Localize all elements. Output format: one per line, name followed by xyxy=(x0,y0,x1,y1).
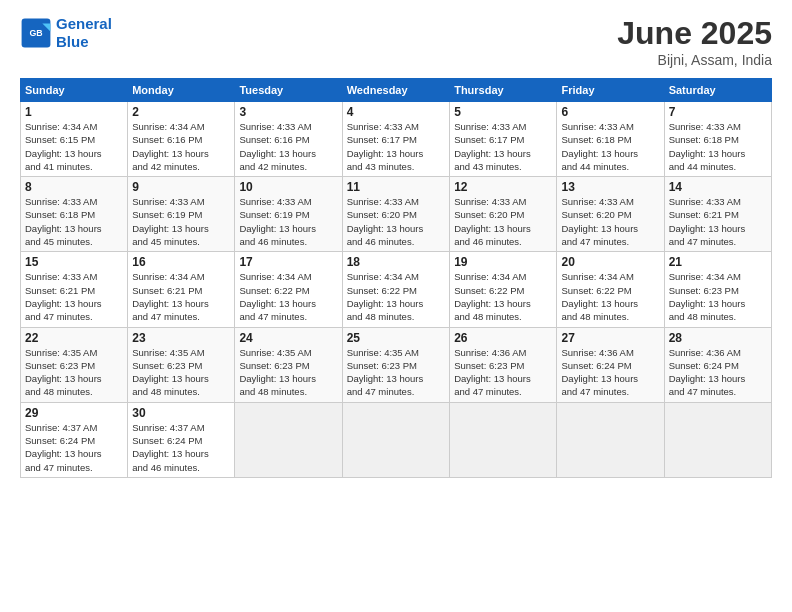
week-row-4: 22 Sunrise: 4:35 AM Sunset: 6:23 PM Dayl… xyxy=(21,327,772,402)
day-info: Sunrise: 4:35 AM Sunset: 6:23 PM Dayligh… xyxy=(25,346,123,399)
calendar-cell: 30 Sunrise: 4:37 AM Sunset: 6:24 PM Dayl… xyxy=(128,402,235,477)
header-wednesday: Wednesday xyxy=(342,79,449,102)
day-info: Sunrise: 4:33 AM Sunset: 6:19 PM Dayligh… xyxy=(132,195,230,248)
calendar-cell: 4 Sunrise: 4:33 AM Sunset: 6:17 PM Dayli… xyxy=(342,102,449,177)
day-info: Sunrise: 4:33 AM Sunset: 6:18 PM Dayligh… xyxy=(25,195,123,248)
day-number: 27 xyxy=(561,331,659,345)
day-info: Sunrise: 4:33 AM Sunset: 6:20 PM Dayligh… xyxy=(454,195,552,248)
calendar-cell xyxy=(664,402,771,477)
day-number: 16 xyxy=(132,255,230,269)
calendar-cell: 10 Sunrise: 4:33 AM Sunset: 6:19 PM Dayl… xyxy=(235,177,342,252)
calendar-cell: 8 Sunrise: 4:33 AM Sunset: 6:18 PM Dayli… xyxy=(21,177,128,252)
calendar-cell xyxy=(450,402,557,477)
day-info: Sunrise: 4:33 AM Sunset: 6:20 PM Dayligh… xyxy=(347,195,445,248)
day-info: Sunrise: 4:34 AM Sunset: 6:22 PM Dayligh… xyxy=(239,270,337,323)
calendar-cell: 29 Sunrise: 4:37 AM Sunset: 6:24 PM Dayl… xyxy=(21,402,128,477)
header-saturday: Saturday xyxy=(664,79,771,102)
month-year: June 2025 xyxy=(617,15,772,52)
calendar-cell: 23 Sunrise: 4:35 AM Sunset: 6:23 PM Dayl… xyxy=(128,327,235,402)
calendar-cell: 18 Sunrise: 4:34 AM Sunset: 6:22 PM Dayl… xyxy=(342,252,449,327)
calendar-cell: 28 Sunrise: 4:36 AM Sunset: 6:24 PM Dayl… xyxy=(664,327,771,402)
day-number: 1 xyxy=(25,105,123,119)
day-info: Sunrise: 4:34 AM Sunset: 6:22 PM Dayligh… xyxy=(347,270,445,323)
week-row-1: 1 Sunrise: 4:34 AM Sunset: 6:15 PM Dayli… xyxy=(21,102,772,177)
calendar-table: Sunday Monday Tuesday Wednesday Thursday… xyxy=(20,78,772,478)
day-number: 26 xyxy=(454,331,552,345)
calendar-cell: 26 Sunrise: 4:36 AM Sunset: 6:23 PM Dayl… xyxy=(450,327,557,402)
day-number: 2 xyxy=(132,105,230,119)
day-info: Sunrise: 4:34 AM Sunset: 6:16 PM Dayligh… xyxy=(132,120,230,173)
day-info: Sunrise: 4:33 AM Sunset: 6:21 PM Dayligh… xyxy=(669,195,767,248)
page: GB General Blue June 2025 Bijni, Assam, … xyxy=(0,0,792,612)
location: Bijni, Assam, India xyxy=(617,52,772,68)
day-number: 14 xyxy=(669,180,767,194)
logo-line2: Blue xyxy=(56,33,89,50)
day-number: 20 xyxy=(561,255,659,269)
day-info: Sunrise: 4:33 AM Sunset: 6:20 PM Dayligh… xyxy=(561,195,659,248)
day-info: Sunrise: 4:36 AM Sunset: 6:23 PM Dayligh… xyxy=(454,346,552,399)
day-info: Sunrise: 4:36 AM Sunset: 6:24 PM Dayligh… xyxy=(669,346,767,399)
day-info: Sunrise: 4:34 AM Sunset: 6:22 PM Dayligh… xyxy=(454,270,552,323)
day-number: 11 xyxy=(347,180,445,194)
calendar-cell: 7 Sunrise: 4:33 AM Sunset: 6:18 PM Dayli… xyxy=(664,102,771,177)
day-number: 7 xyxy=(669,105,767,119)
header: GB General Blue June 2025 Bijni, Assam, … xyxy=(20,15,772,68)
calendar-cell xyxy=(342,402,449,477)
logo: GB General Blue xyxy=(20,15,112,51)
day-number: 3 xyxy=(239,105,337,119)
day-number: 18 xyxy=(347,255,445,269)
calendar-cell xyxy=(557,402,664,477)
day-number: 24 xyxy=(239,331,337,345)
day-number: 23 xyxy=(132,331,230,345)
day-number: 9 xyxy=(132,180,230,194)
day-number: 19 xyxy=(454,255,552,269)
day-number: 4 xyxy=(347,105,445,119)
title-block: June 2025 Bijni, Assam, India xyxy=(617,15,772,68)
day-info: Sunrise: 4:33 AM Sunset: 6:21 PM Dayligh… xyxy=(25,270,123,323)
day-info: Sunrise: 4:34 AM Sunset: 6:15 PM Dayligh… xyxy=(25,120,123,173)
calendar-cell: 19 Sunrise: 4:34 AM Sunset: 6:22 PM Dayl… xyxy=(450,252,557,327)
calendar-cell: 24 Sunrise: 4:35 AM Sunset: 6:23 PM Dayl… xyxy=(235,327,342,402)
week-row-3: 15 Sunrise: 4:33 AM Sunset: 6:21 PM Dayl… xyxy=(21,252,772,327)
day-number: 15 xyxy=(25,255,123,269)
day-info: Sunrise: 4:33 AM Sunset: 6:18 PM Dayligh… xyxy=(561,120,659,173)
day-info: Sunrise: 4:37 AM Sunset: 6:24 PM Dayligh… xyxy=(132,421,230,474)
day-info: Sunrise: 4:33 AM Sunset: 6:18 PM Dayligh… xyxy=(669,120,767,173)
calendar-header-row: Sunday Monday Tuesday Wednesday Thursday… xyxy=(21,79,772,102)
day-number: 10 xyxy=(239,180,337,194)
day-info: Sunrise: 4:33 AM Sunset: 6:16 PM Dayligh… xyxy=(239,120,337,173)
calendar-cell: 13 Sunrise: 4:33 AM Sunset: 6:20 PM Dayl… xyxy=(557,177,664,252)
header-tuesday: Tuesday xyxy=(235,79,342,102)
day-number: 30 xyxy=(132,406,230,420)
day-info: Sunrise: 4:37 AM Sunset: 6:24 PM Dayligh… xyxy=(25,421,123,474)
day-info: Sunrise: 4:35 AM Sunset: 6:23 PM Dayligh… xyxy=(239,346,337,399)
day-info: Sunrise: 4:34 AM Sunset: 6:23 PM Dayligh… xyxy=(669,270,767,323)
day-info: Sunrise: 4:35 AM Sunset: 6:23 PM Dayligh… xyxy=(347,346,445,399)
day-number: 6 xyxy=(561,105,659,119)
calendar-cell: 20 Sunrise: 4:34 AM Sunset: 6:22 PM Dayl… xyxy=(557,252,664,327)
calendar-cell: 22 Sunrise: 4:35 AM Sunset: 6:23 PM Dayl… xyxy=(21,327,128,402)
day-info: Sunrise: 4:34 AM Sunset: 6:22 PM Dayligh… xyxy=(561,270,659,323)
day-number: 13 xyxy=(561,180,659,194)
logo-line1: General xyxy=(56,15,112,32)
day-info: Sunrise: 4:33 AM Sunset: 6:19 PM Dayligh… xyxy=(239,195,337,248)
svg-text:GB: GB xyxy=(29,28,42,38)
calendar-cell: 2 Sunrise: 4:34 AM Sunset: 6:16 PM Dayli… xyxy=(128,102,235,177)
calendar-cell: 9 Sunrise: 4:33 AM Sunset: 6:19 PM Dayli… xyxy=(128,177,235,252)
day-info: Sunrise: 4:33 AM Sunset: 6:17 PM Dayligh… xyxy=(347,120,445,173)
calendar-cell: 6 Sunrise: 4:33 AM Sunset: 6:18 PM Dayli… xyxy=(557,102,664,177)
calendar-cell: 25 Sunrise: 4:35 AM Sunset: 6:23 PM Dayl… xyxy=(342,327,449,402)
calendar-cell: 17 Sunrise: 4:34 AM Sunset: 6:22 PM Dayl… xyxy=(235,252,342,327)
day-number: 21 xyxy=(669,255,767,269)
calendar-cell: 11 Sunrise: 4:33 AM Sunset: 6:20 PM Dayl… xyxy=(342,177,449,252)
header-sunday: Sunday xyxy=(21,79,128,102)
calendar-cell: 5 Sunrise: 4:33 AM Sunset: 6:17 PM Dayli… xyxy=(450,102,557,177)
calendar-cell: 3 Sunrise: 4:33 AM Sunset: 6:16 PM Dayli… xyxy=(235,102,342,177)
day-number: 25 xyxy=(347,331,445,345)
calendar-cell: 27 Sunrise: 4:36 AM Sunset: 6:24 PM Dayl… xyxy=(557,327,664,402)
day-info: Sunrise: 4:33 AM Sunset: 6:17 PM Dayligh… xyxy=(454,120,552,173)
calendar-cell: 15 Sunrise: 4:33 AM Sunset: 6:21 PM Dayl… xyxy=(21,252,128,327)
day-number: 12 xyxy=(454,180,552,194)
calendar-cell: 1 Sunrise: 4:34 AM Sunset: 6:15 PM Dayli… xyxy=(21,102,128,177)
calendar-cell: 14 Sunrise: 4:33 AM Sunset: 6:21 PM Dayl… xyxy=(664,177,771,252)
